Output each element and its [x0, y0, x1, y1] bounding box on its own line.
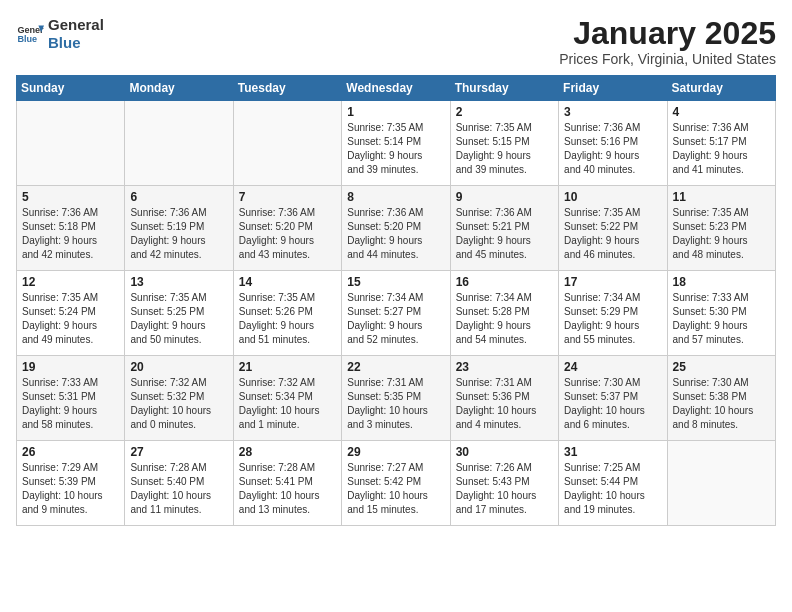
calendar-cell: 4Sunrise: 7:36 AM Sunset: 5:17 PM Daylig… [667, 101, 775, 186]
calendar-week-row: 5Sunrise: 7:36 AM Sunset: 5:18 PM Daylig… [17, 186, 776, 271]
calendar-week-row: 1Sunrise: 7:35 AM Sunset: 5:14 PM Daylig… [17, 101, 776, 186]
day-info: Sunrise: 7:35 AM Sunset: 5:24 PM Dayligh… [22, 291, 119, 347]
day-number: 12 [22, 275, 119, 289]
svg-text:Blue: Blue [17, 34, 37, 44]
calendar-subtitle: Prices Fork, Virginia, United States [559, 51, 776, 67]
day-info: Sunrise: 7:36 AM Sunset: 5:16 PM Dayligh… [564, 121, 661, 177]
day-number: 10 [564, 190, 661, 204]
calendar-cell: 3Sunrise: 7:36 AM Sunset: 5:16 PM Daylig… [559, 101, 667, 186]
day-header-sunday: Sunday [17, 76, 125, 101]
calendar-cell: 11Sunrise: 7:35 AM Sunset: 5:23 PM Dayli… [667, 186, 775, 271]
day-number: 26 [22, 445, 119, 459]
days-header-row: SundayMondayTuesdayWednesdayThursdayFrid… [17, 76, 776, 101]
page-header: General Blue General Blue January 2025 P… [16, 16, 776, 67]
calendar-cell [667, 441, 775, 526]
calendar-cell: 23Sunrise: 7:31 AM Sunset: 5:36 PM Dayli… [450, 356, 558, 441]
day-info: Sunrise: 7:32 AM Sunset: 5:32 PM Dayligh… [130, 376, 227, 432]
day-info: Sunrise: 7:31 AM Sunset: 5:35 PM Dayligh… [347, 376, 444, 432]
day-info: Sunrise: 7:35 AM Sunset: 5:22 PM Dayligh… [564, 206, 661, 262]
day-info: Sunrise: 7:32 AM Sunset: 5:34 PM Dayligh… [239, 376, 336, 432]
day-number: 25 [673, 360, 770, 374]
day-number: 19 [22, 360, 119, 374]
calendar-cell [233, 101, 341, 186]
calendar-cell: 20Sunrise: 7:32 AM Sunset: 5:32 PM Dayli… [125, 356, 233, 441]
calendar-cell: 27Sunrise: 7:28 AM Sunset: 5:40 PM Dayli… [125, 441, 233, 526]
day-number: 3 [564, 105, 661, 119]
day-info: Sunrise: 7:35 AM Sunset: 5:25 PM Dayligh… [130, 291, 227, 347]
day-info: Sunrise: 7:25 AM Sunset: 5:44 PM Dayligh… [564, 461, 661, 517]
day-number: 22 [347, 360, 444, 374]
calendar-cell: 22Sunrise: 7:31 AM Sunset: 5:35 PM Dayli… [342, 356, 450, 441]
day-number: 27 [130, 445, 227, 459]
calendar-week-row: 19Sunrise: 7:33 AM Sunset: 5:31 PM Dayli… [17, 356, 776, 441]
day-info: Sunrise: 7:34 AM Sunset: 5:29 PM Dayligh… [564, 291, 661, 347]
calendar-cell: 25Sunrise: 7:30 AM Sunset: 5:38 PM Dayli… [667, 356, 775, 441]
day-info: Sunrise: 7:36 AM Sunset: 5:17 PM Dayligh… [673, 121, 770, 177]
calendar-table: SundayMondayTuesdayWednesdayThursdayFrid… [16, 75, 776, 526]
calendar-cell: 1Sunrise: 7:35 AM Sunset: 5:14 PM Daylig… [342, 101, 450, 186]
calendar-cell: 5Sunrise: 7:36 AM Sunset: 5:18 PM Daylig… [17, 186, 125, 271]
calendar-title: January 2025 [559, 16, 776, 51]
calendar-cell: 10Sunrise: 7:35 AM Sunset: 5:22 PM Dayli… [559, 186, 667, 271]
day-info: Sunrise: 7:31 AM Sunset: 5:36 PM Dayligh… [456, 376, 553, 432]
day-header-saturday: Saturday [667, 76, 775, 101]
calendar-cell: 30Sunrise: 7:26 AM Sunset: 5:43 PM Dayli… [450, 441, 558, 526]
calendar-cell: 13Sunrise: 7:35 AM Sunset: 5:25 PM Dayli… [125, 271, 233, 356]
day-info: Sunrise: 7:26 AM Sunset: 5:43 PM Dayligh… [456, 461, 553, 517]
day-info: Sunrise: 7:36 AM Sunset: 5:20 PM Dayligh… [347, 206, 444, 262]
day-number: 13 [130, 275, 227, 289]
calendar-cell: 28Sunrise: 7:28 AM Sunset: 5:41 PM Dayli… [233, 441, 341, 526]
day-header-tuesday: Tuesday [233, 76, 341, 101]
day-number: 29 [347, 445, 444, 459]
day-number: 1 [347, 105, 444, 119]
logo-line1: General [48, 16, 104, 34]
day-number: 7 [239, 190, 336, 204]
day-number: 14 [239, 275, 336, 289]
calendar-cell: 31Sunrise: 7:25 AM Sunset: 5:44 PM Dayli… [559, 441, 667, 526]
day-number: 28 [239, 445, 336, 459]
day-number: 4 [673, 105, 770, 119]
day-number: 2 [456, 105, 553, 119]
day-number: 16 [456, 275, 553, 289]
day-info: Sunrise: 7:36 AM Sunset: 5:20 PM Dayligh… [239, 206, 336, 262]
day-info: Sunrise: 7:28 AM Sunset: 5:40 PM Dayligh… [130, 461, 227, 517]
calendar-cell: 24Sunrise: 7:30 AM Sunset: 5:37 PM Dayli… [559, 356, 667, 441]
day-number: 23 [456, 360, 553, 374]
day-info: Sunrise: 7:36 AM Sunset: 5:18 PM Dayligh… [22, 206, 119, 262]
calendar-cell: 12Sunrise: 7:35 AM Sunset: 5:24 PM Dayli… [17, 271, 125, 356]
calendar-cell: 16Sunrise: 7:34 AM Sunset: 5:28 PM Dayli… [450, 271, 558, 356]
calendar-cell: 2Sunrise: 7:35 AM Sunset: 5:15 PM Daylig… [450, 101, 558, 186]
calendar-week-row: 26Sunrise: 7:29 AM Sunset: 5:39 PM Dayli… [17, 441, 776, 526]
calendar-cell: 15Sunrise: 7:34 AM Sunset: 5:27 PM Dayli… [342, 271, 450, 356]
day-header-monday: Monday [125, 76, 233, 101]
logo-line2: Blue [48, 34, 104, 52]
day-number: 17 [564, 275, 661, 289]
day-number: 21 [239, 360, 336, 374]
day-number: 15 [347, 275, 444, 289]
title-block: January 2025 Prices Fork, Virginia, Unit… [559, 16, 776, 67]
calendar-cell: 19Sunrise: 7:33 AM Sunset: 5:31 PM Dayli… [17, 356, 125, 441]
day-info: Sunrise: 7:28 AM Sunset: 5:41 PM Dayligh… [239, 461, 336, 517]
day-number: 9 [456, 190, 553, 204]
calendar-cell: 18Sunrise: 7:33 AM Sunset: 5:30 PM Dayli… [667, 271, 775, 356]
calendar-cell: 17Sunrise: 7:34 AM Sunset: 5:29 PM Dayli… [559, 271, 667, 356]
day-info: Sunrise: 7:35 AM Sunset: 5:14 PM Dayligh… [347, 121, 444, 177]
day-number: 20 [130, 360, 227, 374]
logo: General Blue General Blue [16, 16, 104, 52]
day-header-wednesday: Wednesday [342, 76, 450, 101]
day-number: 8 [347, 190, 444, 204]
day-number: 6 [130, 190, 227, 204]
day-info: Sunrise: 7:33 AM Sunset: 5:31 PM Dayligh… [22, 376, 119, 432]
calendar-cell: 8Sunrise: 7:36 AM Sunset: 5:20 PM Daylig… [342, 186, 450, 271]
calendar-week-row: 12Sunrise: 7:35 AM Sunset: 5:24 PM Dayli… [17, 271, 776, 356]
day-info: Sunrise: 7:33 AM Sunset: 5:30 PM Dayligh… [673, 291, 770, 347]
calendar-cell: 9Sunrise: 7:36 AM Sunset: 5:21 PM Daylig… [450, 186, 558, 271]
calendar-cell: 6Sunrise: 7:36 AM Sunset: 5:19 PM Daylig… [125, 186, 233, 271]
day-info: Sunrise: 7:35 AM Sunset: 5:23 PM Dayligh… [673, 206, 770, 262]
day-info: Sunrise: 7:34 AM Sunset: 5:28 PM Dayligh… [456, 291, 553, 347]
day-number: 24 [564, 360, 661, 374]
day-info: Sunrise: 7:36 AM Sunset: 5:19 PM Dayligh… [130, 206, 227, 262]
day-number: 18 [673, 275, 770, 289]
logo-icon: General Blue [16, 20, 44, 48]
calendar-cell [17, 101, 125, 186]
